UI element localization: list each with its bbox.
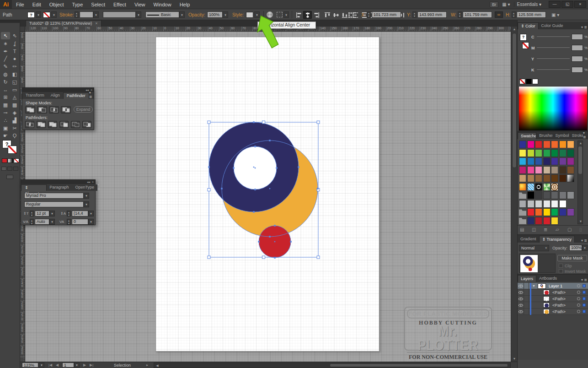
draw-behind-icon[interactable] bbox=[7, 167, 12, 171]
h-input[interactable]: 125.508 mm bbox=[517, 11, 546, 18]
lock-column[interactable] bbox=[524, 302, 529, 308]
selection-indicator[interactable] bbox=[583, 284, 586, 287]
crop-icon[interactable] bbox=[59, 121, 69, 128]
artboard-number-input[interactable]: 1 bbox=[62, 363, 74, 368]
w-stepper[interactable]: ▲▼ bbox=[458, 11, 462, 18]
new-swatch-icon[interactable]: ▢ bbox=[567, 227, 572, 232]
swatch[interactable] bbox=[535, 141, 542, 148]
tracking-dropdown-icon[interactable]: ▾ bbox=[88, 219, 94, 225]
line-segment-tool[interactable]: ╱ bbox=[1, 55, 10, 62]
swatch[interactable] bbox=[519, 149, 526, 157]
black-swatch[interactable] bbox=[526, 79, 532, 84]
lock-column[interactable] bbox=[524, 296, 529, 302]
swatch[interactable] bbox=[567, 191, 574, 199]
panel-menu-icon[interactable]: ▾ ≣ bbox=[581, 238, 588, 243]
bridge-button[interactable]: Br bbox=[490, 1, 498, 8]
blob-brush-tool[interactable]: ◍ bbox=[1, 70, 10, 78]
tab-symbols[interactable]: Symbols bbox=[553, 132, 569, 139]
path-name[interactable]: <Path> bbox=[552, 309, 566, 314]
horizontal-align-left-icon[interactable] bbox=[294, 11, 303, 19]
path-name[interactable]: <Path> bbox=[552, 303, 566, 308]
panel-menu-icon[interactable]: ▾ ≣ bbox=[583, 131, 588, 139]
channel-input-c[interactable] bbox=[572, 34, 583, 40]
stroke-weight-stepper[interactable]: ▲▼ bbox=[75, 11, 79, 18]
zoom-level-input[interactable]: 123% bbox=[22, 363, 38, 368]
y-input[interactable]: 143.993 mm bbox=[417, 11, 447, 18]
swatch[interactable] bbox=[551, 191, 558, 199]
selection-indicator[interactable] bbox=[583, 297, 586, 300]
new-color-group-icon[interactable]: ▱ bbox=[556, 227, 559, 232]
tab-paragraph[interactable]: Paragraph bbox=[47, 184, 72, 191]
hand-tool[interactable]: ☛ bbox=[1, 132, 10, 139]
swatch[interactable] bbox=[543, 200, 551, 208]
none-mode-button[interactable] bbox=[14, 158, 19, 163]
swatch[interactable] bbox=[519, 166, 526, 174]
expand-button[interactable]: Expand bbox=[74, 106, 93, 113]
h-stepper[interactable]: ▲▼ bbox=[512, 11, 516, 18]
tab-artboards[interactable]: Artboards bbox=[536, 275, 560, 282]
gradient-mode-button[interactable] bbox=[8, 158, 13, 163]
swatch[interactable] bbox=[535, 200, 542, 208]
path-row[interactable]: <Path> bbox=[518, 289, 588, 296]
gradient-tool[interactable]: ▩ bbox=[10, 101, 19, 108]
visibility-eye-icon[interactable] bbox=[519, 285, 523, 287]
menu-view[interactable]: View bbox=[130, 0, 150, 9]
target-circle-icon[interactable] bbox=[577, 297, 580, 300]
width-profile-dropdown-icon[interactable]: ▾ bbox=[136, 11, 141, 18]
minus-front-icon[interactable] bbox=[37, 106, 47, 114]
tab-brushes[interactable]: Brushes bbox=[536, 132, 552, 139]
menu-edit[interactable]: Edit bbox=[28, 0, 45, 9]
channel-slider-y[interactable] bbox=[537, 59, 570, 60]
trim-icon[interactable] bbox=[37, 121, 46, 128]
tab-align[interactable]: Align bbox=[48, 92, 63, 99]
blend-tool[interactable]: ◈ bbox=[10, 109, 19, 116]
font-size-dropdown-icon[interactable]: ▾ bbox=[49, 211, 55, 216]
leading-dropdown-icon[interactable]: ▾ bbox=[88, 211, 94, 216]
pat-swirl-swatch[interactable] bbox=[551, 183, 558, 191]
path-name[interactable]: <Path> bbox=[552, 290, 566, 295]
channel-input-y[interactable] bbox=[572, 56, 583, 62]
visibility-eye-icon[interactable] bbox=[519, 310, 523, 313]
tab-layers[interactable]: Layers bbox=[518, 275, 536, 282]
swatch[interactable] bbox=[551, 141, 558, 148]
stroke-dropdown-icon[interactable]: ▾ bbox=[51, 11, 57, 18]
none-swatch[interactable] bbox=[519, 79, 525, 84]
scroll-left-icon[interactable]: ◀ bbox=[154, 363, 160, 368]
swatch[interactable] bbox=[551, 174, 558, 182]
rotate-tool[interactable]: ↻ bbox=[1, 78, 10, 86]
visibility-eye-icon[interactable] bbox=[519, 291, 523, 294]
swatch[interactable] bbox=[519, 157, 526, 165]
swatch[interactable] bbox=[543, 157, 551, 165]
w-input[interactable]: 101.759 mm bbox=[463, 11, 492, 18]
lasso-tool[interactable]: ʆ bbox=[10, 40, 19, 47]
type-tool[interactable]: T bbox=[10, 48, 19, 55]
minus-back-icon[interactable] bbox=[82, 121, 91, 128]
leading-input[interactable]: (14,4 pt) bbox=[72, 211, 88, 216]
swatch[interactable] bbox=[535, 208, 542, 216]
swatch[interactable] bbox=[519, 200, 526, 208]
swatch[interactable] bbox=[551, 200, 558, 208]
shape-builder-tool[interactable]: ⊞ bbox=[1, 93, 10, 101]
font-style-select[interactable]: Regular bbox=[24, 201, 84, 207]
vertical-align-top-icon[interactable] bbox=[323, 11, 331, 19]
pat-dot-swatch[interactable] bbox=[535, 183, 542, 191]
path-name[interactable]: <Path> bbox=[552, 297, 566, 301]
swatch-options-icon[interactable]: ≣ bbox=[544, 227, 547, 232]
scroll-up-icon[interactable]: ▲ bbox=[511, 27, 517, 32]
app-logo-icon[interactable]: Ai bbox=[0, 0, 12, 9]
target-circle-icon[interactable] bbox=[577, 303, 580, 307]
opacity-label[interactable]: Opacity: bbox=[188, 12, 205, 17]
magic-wand-tool[interactable]: ∗ bbox=[1, 40, 10, 47]
paintbrush-tool[interactable]: ✎ bbox=[1, 63, 10, 70]
swatch[interactable] bbox=[543, 141, 551, 148]
merge-icon[interactable] bbox=[48, 121, 57, 128]
x-input[interactable]: 101.723 mm bbox=[372, 11, 401, 18]
swatch[interactable] bbox=[535, 166, 542, 174]
swatch[interactable] bbox=[567, 208, 574, 216]
target-circle-icon[interactable] bbox=[577, 291, 580, 294]
swatch[interactable] bbox=[551, 208, 558, 216]
font-size-stepper[interactable]: ▲▼ bbox=[30, 211, 34, 216]
swatch[interactable] bbox=[527, 166, 535, 174]
direct-selection-tool[interactable]: ⇖ bbox=[10, 32, 19, 39]
swatch[interactable] bbox=[527, 174, 535, 182]
